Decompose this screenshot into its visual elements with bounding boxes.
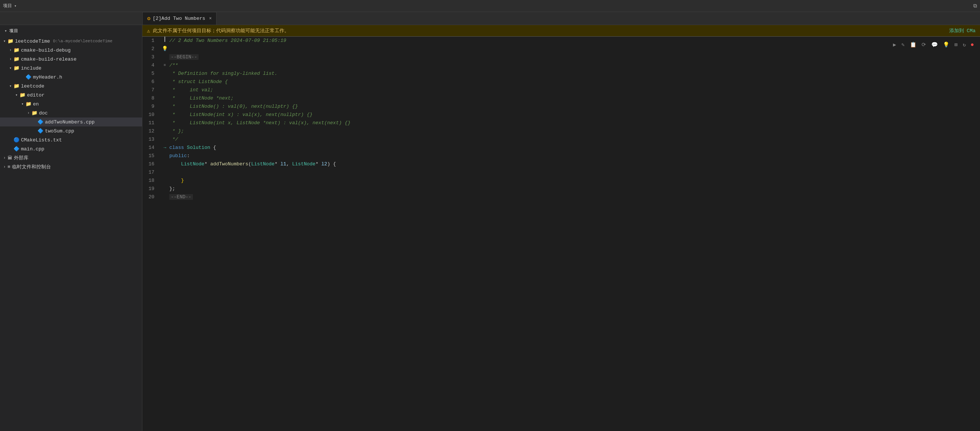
tree-label-leetcodeTime: leetcodeTime	[15, 38, 50, 44]
tree-label-cmake-build-release: cmake-build-release	[21, 57, 76, 62]
sidebar-item-doc[interactable]: › 📁 doc	[0, 108, 142, 117]
line-number-10: 10	[142, 111, 160, 119]
tab-file-icon: ⚙	[147, 15, 150, 22]
line-content-7: * int val;	[169, 86, 980, 94]
line-number-4: 4	[142, 61, 160, 70]
line-number-6: 6	[142, 78, 160, 86]
tree-label-mainCpp: main.cpp	[21, 146, 44, 152]
code-line-1: 1 // 2 Add Two Numbers 2024-07-09 21:05:…	[142, 36, 980, 45]
line-content-12: * };	[169, 127, 980, 135]
lightbulb-icon[interactable]: 💡	[162, 45, 168, 53]
sidebar-item-temp-files[interactable]: › ≡ 临时文件和控制台	[0, 162, 142, 171]
tab-addTwoNumbers[interactable]: ⚙ [2]Add Two Numbers ×	[142, 12, 216, 25]
line-content-20: --END--	[169, 193, 980, 201]
code-line-5: 5 * Definition for singly-linked list.	[142, 70, 980, 78]
chevron-icon: ›	[25, 111, 32, 115]
sidebar-header: ▾ 项目	[0, 25, 142, 36]
cmake-file-icon: 🔵	[13, 137, 19, 143]
sidebar-chevron[interactable]: ▾	[5, 29, 7, 33]
folder-icon: 📁	[25, 101, 32, 107]
header-file-icon: 🔷	[25, 74, 32, 80]
sidebar-item-cmake-build-debug[interactable]: › 📁 cmake-build-debug	[0, 46, 142, 55]
line-number-17: 17	[142, 168, 160, 177]
refresh-button[interactable]: ↻	[962, 41, 967, 49]
folder-icon: 📁	[8, 38, 13, 44]
code-line-10: 10 * ListNode(int x) : val(x), next(null…	[142, 111, 980, 119]
line-gutter-2: 💡	[160, 45, 169, 53]
sidebar-item-myHeader[interactable]: 🔷 myHeader.h	[0, 73, 142, 82]
title-bar-right: ⧉	[973, 3, 977, 9]
line-number-13: 13	[142, 135, 160, 144]
sync-button[interactable]: ⟳	[921, 41, 927, 49]
sidebar-item-en[interactable]: ▾ 📁 en	[0, 100, 142, 108]
tree-label-en: en	[33, 101, 39, 107]
error-indicator: ●	[970, 41, 974, 48]
tree-label-myHeader: myHeader.h	[33, 74, 62, 80]
line-number-16: 16	[142, 160, 160, 168]
tab-label: [2]Add Two Numbers	[153, 16, 205, 21]
copy-button[interactable]: 📋	[909, 41, 917, 49]
sidebar-item-cmake-build-release[interactable]: › 📁 cmake-build-release	[0, 55, 142, 63]
code-line-4: 4 ≡ /**	[142, 61, 980, 70]
run-button[interactable]: ▶	[892, 41, 897, 49]
sidebar-item-external-libs[interactable]: › 🏛 外部库	[0, 154, 142, 162]
line-number-2: 2	[142, 45, 160, 53]
tree-label-CMakeLists: CMakeLists.txt	[21, 137, 62, 143]
sidebar-title: 项目	[10, 28, 18, 34]
main-layout: ▾ 项目 ▾ 📁 leetcodeTime D:\a-mycode\leetco…	[0, 25, 980, 431]
code-line-12: 12 * };	[142, 127, 980, 135]
sidebar-item-editor[interactable]: ▾ 📁 editor	[0, 90, 142, 100]
code-line-20: 20 --END--	[142, 193, 980, 201]
cpp-file-icon: 🔷	[13, 146, 19, 152]
line-number-5: 5	[142, 70, 160, 78]
project-chevron[interactable]: ▾	[14, 4, 16, 8]
cursor	[164, 36, 165, 42]
warning-bar: ⚠ 此文件不属于任何项目目标；代码洞察功能可能无法正常工作。 添加到 CMa	[142, 25, 980, 36]
split-button[interactable]: ⊞	[954, 41, 958, 49]
tree-label-include: include	[21, 65, 41, 71]
warning-bar-left: ⚠ 此文件不属于任何项目目标；代码洞察功能可能无法正常工作。	[147, 27, 289, 34]
line-content-16: ListNode* addTwoNumbers(ListNode* l1, Li…	[169, 160, 980, 168]
code-line-16: 16 ListNode* addTwoNumbers(ListNode* l1,…	[142, 160, 980, 168]
cpp-file-icon: 🔷	[37, 128, 43, 134]
bulb-button[interactable]: 💡	[942, 41, 950, 49]
sidebar-item-CMakeLists[interactable]: 🔵 CMakeLists.txt	[0, 135, 142, 144]
line-content-9: * ListNode() : val(0), next(nullptr) {}	[169, 103, 980, 111]
tree-label-doc: doc	[39, 110, 48, 116]
code-content: 1 // 2 Add Two Numbers 2024-07-09 21:05:…	[142, 36, 980, 431]
line-number-8: 8	[142, 94, 160, 103]
warning-message: 此文件不属于任何项目目标；代码洞察功能可能无法正常工作。	[153, 27, 289, 34]
title-bar: 项目 ▾ ⧉	[0, 0, 980, 12]
sidebar-item-twoSum[interactable]: 🔷 twoSum.cpp	[0, 127, 142, 135]
sidebar-item-mainCpp[interactable]: 🔷 main.cpp	[0, 144, 142, 154]
sidebar-item-addTwoNumbers[interactable]: 🔷 addTwoNumbers.cpp	[0, 117, 142, 127]
line-gutter-14: →	[160, 144, 169, 152]
line-number-12: 12	[142, 127, 160, 135]
line-content-14: class Solution {	[169, 144, 980, 152]
fold-icon[interactable]: ≡	[164, 61, 166, 70]
title-bar-left: 项目 ▾	[3, 3, 16, 9]
code-line-18: 18 }	[142, 177, 980, 185]
temp-files-icon: ≡	[8, 164, 11, 170]
line-content-3: --BEGIN--	[169, 53, 980, 61]
line-content-4: /**	[169, 61, 980, 70]
chevron-icon: ›	[8, 48, 13, 52]
code-line-11: 11 * ListNode(int x, ListNode *next) : v…	[142, 119, 980, 127]
sidebar-item-include[interactable]: ▾ 📁 include	[0, 63, 142, 73]
line-content-8: * ListNode *next;	[169, 94, 980, 103]
tab-bar: ⚙ [2]Add Two Numbers ×	[0, 12, 980, 25]
maximize-icon[interactable]: ⧉	[973, 3, 977, 9]
line-number-19: 19	[142, 185, 160, 193]
warning-action-button[interactable]: 添加到 CMa	[949, 27, 975, 34]
code-editor[interactable]: 1 // 2 Add Two Numbers 2024-07-09 21:05:…	[142, 36, 980, 431]
sidebar-item-leetcode[interactable]: ▾ 📁 leetcode	[0, 82, 142, 90]
line-content-19: };	[169, 185, 980, 193]
sidebar-item-leetcodeTime[interactable]: ▾ 📁 leetcodeTime D:\a-mycode\leetcodeTim…	[0, 36, 142, 46]
code-line-9: 9 * ListNode() : val(0), next(nullptr) {…	[142, 103, 980, 111]
folder-icon: 📁	[13, 83, 19, 89]
tab-close-button[interactable]: ×	[209, 16, 212, 21]
code-line-19: 19 };	[142, 185, 980, 193]
comment-button[interactable]: 💬	[931, 41, 939, 49]
code-line-14: 14 → class Solution {	[142, 144, 980, 152]
edit-button[interactable]: ✎	[900, 41, 905, 49]
